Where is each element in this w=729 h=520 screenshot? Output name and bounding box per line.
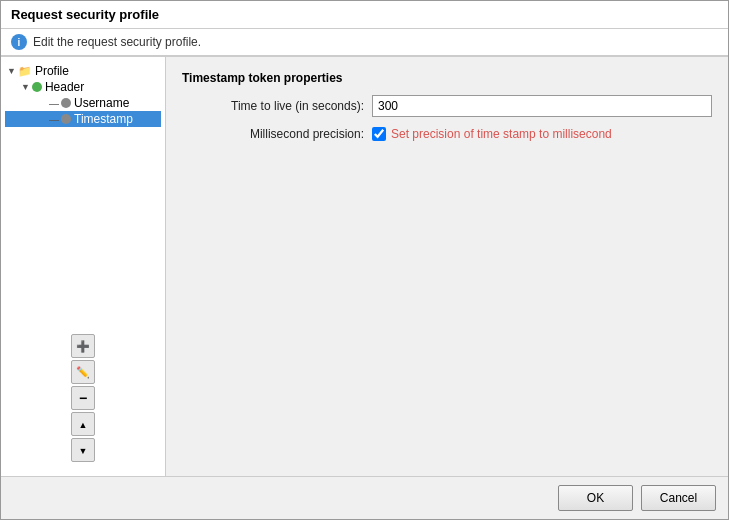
ms-precision-row: Millisecond precision: Set precision of …	[182, 127, 712, 141]
remove-button[interactable]	[71, 386, 95, 410]
ms-precision-checkbox-row: Set precision of time stamp to milliseco…	[372, 127, 612, 141]
tree-label-timestamp: Timestamp	[74, 112, 133, 126]
tree-item-username[interactable]: — Username	[5, 95, 161, 111]
ms-precision-label: Millisecond precision:	[182, 127, 372, 141]
dialog-subtitle: i Edit the request security profile.	[1, 29, 728, 57]
left-panel: ▼ 📁 Profile ▼ Header — Username	[1, 57, 166, 476]
edit-icon	[76, 365, 90, 379]
add-button[interactable]	[71, 334, 95, 358]
info-icon: i	[11, 34, 27, 50]
dialog-body: ▼ 📁 Profile ▼ Header — Username	[1, 57, 728, 476]
move-down-button[interactable]	[71, 438, 95, 462]
ttl-input[interactable]	[372, 95, 712, 117]
ms-precision-checkbox[interactable]	[372, 127, 386, 141]
up-icon	[79, 417, 88, 431]
section-title: Timestamp token properties	[182, 71, 712, 85]
dialog: Request security profile i Edit the requ…	[0, 0, 729, 520]
expand-icon-header: ▼	[21, 82, 30, 92]
ttl-label: Time to live (in seconds):	[182, 99, 372, 113]
expand-icon-profile: ▼	[7, 66, 16, 76]
dialog-title-bar: Request security profile	[1, 1, 728, 29]
tree-item-profile[interactable]: ▼ 📁 Profile	[5, 63, 161, 79]
dot-icon-timestamp	[61, 114, 71, 124]
add-icon	[76, 339, 90, 353]
dialog-title: Request security profile	[11, 7, 159, 22]
ttl-row: Time to live (in seconds):	[182, 95, 712, 117]
connector-username: —	[49, 98, 59, 109]
cancel-button[interactable]: Cancel	[641, 485, 716, 511]
right-panel: Timestamp token properties Time to live …	[166, 57, 728, 476]
dot-icon-header	[32, 82, 42, 92]
dialog-subtitle-text: Edit the request security profile.	[33, 35, 201, 49]
connector-timestamp: —	[49, 114, 59, 125]
tree-item-header[interactable]: ▼ Header	[5, 79, 161, 95]
tree-item-timestamp[interactable]: — Timestamp	[5, 111, 161, 127]
toolbar-buttons	[1, 330, 165, 466]
folder-icon-profile: 📁	[18, 65, 32, 78]
down-icon	[79, 443, 88, 457]
dialog-footer: OK Cancel	[1, 476, 728, 519]
ms-precision-checkbox-label: Set precision of time stamp to milliseco…	[391, 127, 612, 141]
move-up-button[interactable]	[71, 412, 95, 436]
ok-button[interactable]: OK	[558, 485, 633, 511]
tree-label-profile: Profile	[35, 64, 69, 78]
edit-button[interactable]	[71, 360, 95, 384]
dot-icon-username	[61, 98, 71, 108]
tree-label-header: Header	[45, 80, 84, 94]
remove-icon	[79, 390, 87, 406]
tree-label-username: Username	[74, 96, 129, 110]
